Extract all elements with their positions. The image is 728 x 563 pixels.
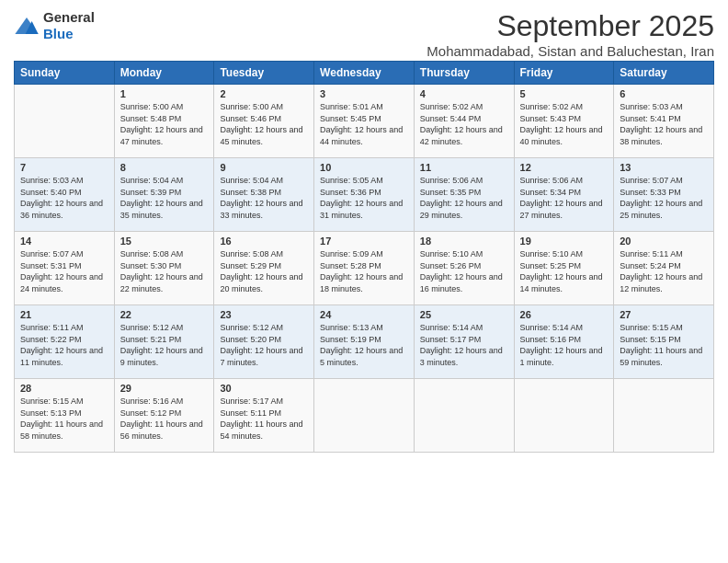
logo: General Blue	[14, 9, 95, 42]
day-number: 14	[20, 236, 108, 247]
day-number: 19	[520, 236, 609, 247]
day-number: 8	[120, 162, 209, 173]
calendar-cell: 6Sunrise: 5:03 AMSunset: 5:41 PMDaylight…	[614, 85, 714, 158]
col-friday: Friday	[514, 62, 614, 85]
day-info: Sunrise: 5:11 AMSunset: 5:24 PMDaylight:…	[620, 248, 708, 294]
calendar-cell: 29Sunrise: 5:16 AMSunset: 5:12 PMDayligh…	[114, 379, 214, 453]
day-number: 16	[220, 236, 308, 247]
day-info: Sunrise: 5:02 AMSunset: 5:44 PMDaylight:…	[420, 101, 508, 147]
main-container: General Blue September 2025 Mohammadabad…	[0, 0, 728, 462]
day-number: 24	[320, 309, 408, 320]
day-number: 4	[420, 88, 508, 99]
day-number: 3	[320, 88, 408, 99]
day-number: 23	[220, 309, 308, 320]
day-info: Sunrise: 5:08 AMSunset: 5:30 PMDaylight:…	[120, 248, 209, 294]
logo-blue: Blue	[43, 26, 74, 41]
day-number: 13	[620, 162, 708, 173]
day-info: Sunrise: 5:10 AMSunset: 5:26 PMDaylight:…	[420, 248, 508, 294]
calendar-table: Sunday Monday Tuesday Wednesday Thursday…	[14, 61, 714, 453]
day-info: Sunrise: 5:03 AMSunset: 5:40 PMDaylight:…	[20, 175, 108, 221]
day-number: 5	[520, 88, 609, 99]
day-number: 18	[420, 236, 508, 247]
day-number: 21	[20, 309, 108, 320]
logo-icon	[14, 16, 40, 36]
calendar-cell	[514, 379, 614, 453]
day-info: Sunrise: 5:04 AMSunset: 5:38 PMDaylight:…	[220, 175, 308, 221]
month-title: September 2025	[427, 9, 714, 43]
calendar-cell: 1Sunrise: 5:00 AMSunset: 5:48 PMDaylight…	[114, 85, 214, 158]
day-number: 10	[320, 162, 408, 173]
calendar-cell: 14Sunrise: 5:07 AMSunset: 5:31 PMDayligh…	[15, 232, 115, 305]
calendar-cell: 27Sunrise: 5:15 AMSunset: 5:15 PMDayligh…	[614, 305, 714, 379]
day-number: 22	[120, 309, 209, 320]
calendar-cell: 22Sunrise: 5:12 AMSunset: 5:21 PMDayligh…	[114, 305, 214, 379]
calendar-cell: 13Sunrise: 5:07 AMSunset: 5:33 PMDayligh…	[614, 158, 714, 232]
day-number: 6	[620, 88, 708, 99]
day-number: 9	[220, 162, 308, 173]
calendar-cell: 17Sunrise: 5:09 AMSunset: 5:28 PMDayligh…	[314, 232, 415, 305]
calendar-cell: 18Sunrise: 5:10 AMSunset: 5:26 PMDayligh…	[414, 232, 514, 305]
day-info: Sunrise: 5:12 AMSunset: 5:21 PMDaylight:…	[120, 322, 209, 368]
calendar-cell: 16Sunrise: 5:08 AMSunset: 5:29 PMDayligh…	[214, 232, 314, 305]
col-thursday: Thursday	[414, 62, 514, 85]
title-area: September 2025 Mohammadabad, Sistan and …	[427, 9, 714, 59]
calendar-cell: 30Sunrise: 5:17 AMSunset: 5:11 PMDayligh…	[214, 379, 314, 453]
calendar-cell	[314, 379, 415, 453]
day-number: 12	[520, 162, 609, 173]
calendar-week-3: 21Sunrise: 5:11 AMSunset: 5:22 PMDayligh…	[15, 305, 714, 379]
day-info: Sunrise: 5:04 AMSunset: 5:39 PMDaylight:…	[120, 175, 209, 221]
logo-general: General	[43, 9, 95, 25]
day-info: Sunrise: 5:05 AMSunset: 5:36 PMDaylight:…	[320, 175, 408, 221]
calendar-week-1: 7Sunrise: 5:03 AMSunset: 5:40 PMDaylight…	[15, 158, 714, 232]
calendar-cell: 24Sunrise: 5:13 AMSunset: 5:19 PMDayligh…	[314, 305, 415, 379]
calendar-cell	[15, 85, 115, 158]
calendar-cell: 11Sunrise: 5:06 AMSunset: 5:35 PMDayligh…	[414, 158, 514, 232]
calendar-cell: 5Sunrise: 5:02 AMSunset: 5:43 PMDaylight…	[514, 85, 614, 158]
calendar-cell: 20Sunrise: 5:11 AMSunset: 5:24 PMDayligh…	[614, 232, 714, 305]
day-number: 1	[120, 88, 209, 99]
calendar-cell: 26Sunrise: 5:14 AMSunset: 5:16 PMDayligh…	[514, 305, 614, 379]
day-number: 26	[520, 309, 609, 320]
day-info: Sunrise: 5:01 AMSunset: 5:45 PMDaylight:…	[320, 101, 408, 147]
day-info: Sunrise: 5:11 AMSunset: 5:22 PMDaylight:…	[20, 322, 108, 368]
day-number: 30	[220, 383, 308, 394]
day-info: Sunrise: 5:17 AMSunset: 5:11 PMDaylight:…	[220, 396, 308, 442]
calendar-cell: 12Sunrise: 5:06 AMSunset: 5:34 PMDayligh…	[514, 158, 614, 232]
calendar-cell: 9Sunrise: 5:04 AMSunset: 5:38 PMDaylight…	[214, 158, 314, 232]
day-info: Sunrise: 5:07 AMSunset: 5:31 PMDaylight:…	[20, 248, 108, 294]
day-info: Sunrise: 5:13 AMSunset: 5:19 PMDaylight:…	[320, 322, 408, 368]
day-number: 28	[20, 383, 108, 394]
day-info: Sunrise: 5:15 AMSunset: 5:15 PMDaylight:…	[620, 322, 708, 368]
day-info: Sunrise: 5:12 AMSunset: 5:20 PMDaylight:…	[220, 322, 308, 368]
col-saturday: Saturday	[614, 62, 714, 85]
calendar-cell: 21Sunrise: 5:11 AMSunset: 5:22 PMDayligh…	[15, 305, 115, 379]
day-info: Sunrise: 5:06 AMSunset: 5:35 PMDaylight:…	[420, 175, 508, 221]
calendar-cell: 2Sunrise: 5:00 AMSunset: 5:46 PMDaylight…	[214, 85, 314, 158]
day-info: Sunrise: 5:10 AMSunset: 5:25 PMDaylight:…	[520, 248, 609, 294]
day-info: Sunrise: 5:14 AMSunset: 5:16 PMDaylight:…	[520, 322, 609, 368]
header: General Blue September 2025 Mohammadabad…	[14, 9, 714, 59]
day-info: Sunrise: 5:03 AMSunset: 5:41 PMDaylight:…	[620, 101, 708, 147]
day-number: 17	[320, 236, 408, 247]
location-title: Mohammadabad, Sistan and Baluchestan, Ir…	[427, 43, 714, 59]
calendar-cell	[614, 379, 714, 453]
header-row: Sunday Monday Tuesday Wednesday Thursday…	[15, 62, 714, 85]
col-tuesday: Tuesday	[214, 62, 314, 85]
day-info: Sunrise: 5:07 AMSunset: 5:33 PMDaylight:…	[620, 175, 708, 221]
calendar-week-2: 14Sunrise: 5:07 AMSunset: 5:31 PMDayligh…	[15, 232, 714, 305]
calendar-cell: 28Sunrise: 5:15 AMSunset: 5:13 PMDayligh…	[15, 379, 115, 453]
day-info: Sunrise: 5:06 AMSunset: 5:34 PMDaylight:…	[520, 175, 609, 221]
calendar-cell: 15Sunrise: 5:08 AMSunset: 5:30 PMDayligh…	[114, 232, 214, 305]
day-info: Sunrise: 5:02 AMSunset: 5:43 PMDaylight:…	[520, 101, 609, 147]
day-number: 2	[220, 88, 308, 99]
calendar-cell: 3Sunrise: 5:01 AMSunset: 5:45 PMDaylight…	[314, 85, 415, 158]
day-info: Sunrise: 5:00 AMSunset: 5:46 PMDaylight:…	[220, 101, 308, 147]
calendar-cell: 23Sunrise: 5:12 AMSunset: 5:20 PMDayligh…	[214, 305, 314, 379]
day-info: Sunrise: 5:16 AMSunset: 5:12 PMDaylight:…	[120, 396, 209, 442]
calendar-week-4: 28Sunrise: 5:15 AMSunset: 5:13 PMDayligh…	[15, 379, 714, 453]
calendar-week-0: 1Sunrise: 5:00 AMSunset: 5:48 PMDaylight…	[15, 85, 714, 158]
logo-text: General Blue	[43, 9, 95, 42]
day-info: Sunrise: 5:15 AMSunset: 5:13 PMDaylight:…	[20, 396, 108, 442]
day-number: 11	[420, 162, 508, 173]
day-number: 7	[20, 162, 108, 173]
